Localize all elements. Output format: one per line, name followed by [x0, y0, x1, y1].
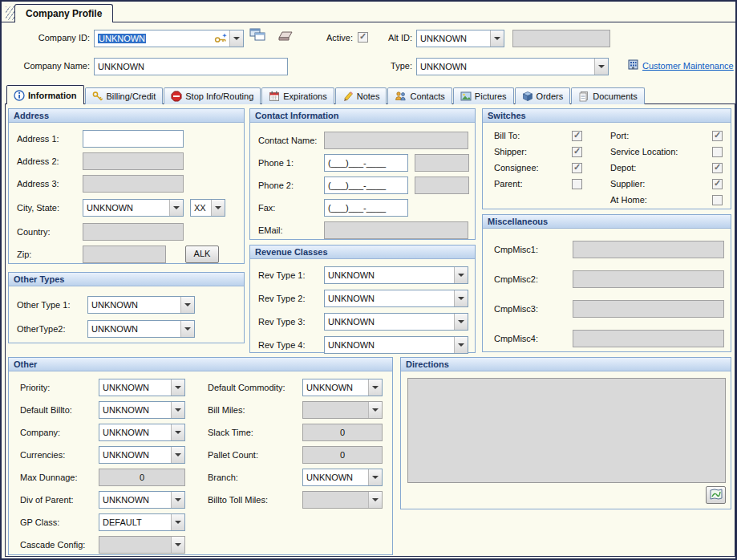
rev-type2-combo[interactable]: UNKNOWN — [324, 290, 468, 307]
gp-class-combo[interactable]: DEFAULT — [99, 513, 185, 531]
address3-field[interactable] — [83, 175, 184, 193]
priority-combo[interactable]: UNKNOWN — [99, 379, 185, 396]
gp-class-dropdown-button[interactable] — [171, 514, 184, 530]
port-checkbox[interactable] — [712, 131, 723, 141]
building-icon — [627, 59, 639, 72]
type-dropdown-button[interactable] — [594, 59, 608, 75]
rev-type3-dropdown-button[interactable] — [454, 314, 468, 330]
div-of-parent-combo[interactable]: UNKNOWN — [99, 491, 185, 509]
default-billto-label: Default Billto: — [20, 405, 99, 415]
fax-field[interactable]: (___)___-____ — [324, 199, 408, 217]
rev-type4-combo[interactable]: UNKNOWN — [324, 336, 468, 354]
rev-type3-combo[interactable]: UNKNOWN — [324, 313, 468, 331]
email-field[interactable] — [324, 221, 468, 239]
type-combo[interactable]: UNKNOWN — [416, 58, 609, 75]
address2-field[interactable] — [83, 152, 184, 170]
city-dropdown-button[interactable] — [169, 200, 183, 216]
branch-label: Branch: — [208, 473, 302, 482]
default-billto-dropdown-button[interactable] — [171, 402, 184, 418]
state-combo[interactable]: XX — [190, 199, 225, 217]
company-id-dropdown-button[interactable] — [229, 30, 243, 47]
alt-id-aux-field[interactable] — [512, 30, 610, 47]
billto-toll-miles-dropdown-button[interactable] — [368, 492, 382, 508]
pallet-count-field[interactable]: 0 — [302, 446, 383, 464]
cascade-config-combo[interactable] — [99, 536, 185, 554]
cmpmisc2-field[interactable] — [573, 270, 724, 288]
rev-type4-dropdown-button[interactable] — [454, 337, 468, 353]
branch-combo[interactable]: UNKNOWN — [302, 469, 383, 486]
window-title-tab[interactable]: Company Profile — [14, 4, 113, 22]
cmpmisc3-field[interactable] — [573, 300, 724, 318]
phone2-field[interactable]: (___)___-____ — [324, 177, 408, 194]
service-location-checkbox[interactable] — [712, 147, 723, 157]
cmpmisc4-field[interactable] — [573, 330, 724, 347]
depot-checkbox[interactable] — [712, 163, 723, 173]
other-type1-dropdown-button[interactable] — [180, 297, 194, 313]
alt-id-combo[interactable]: UNKNOWN — [416, 30, 504, 47]
rev-type1-dropdown-button[interactable] — [454, 267, 468, 283]
bill-miles-dropdown-button[interactable] — [368, 402, 382, 418]
directions-textarea[interactable] — [407, 378, 726, 483]
cmpmisc4-label: CmpMisc4: — [494, 334, 573, 343]
bill-miles-combo[interactable] — [302, 401, 383, 419]
tab-billing-credit[interactable]: Billing/Credit — [85, 87, 164, 104]
default-commodity-dropdown-button[interactable] — [368, 379, 382, 396]
tab-stop-info-routing[interactable]: Stop Info/Routing — [164, 87, 261, 104]
tab-orders[interactable]: Orders — [515, 87, 571, 104]
chevron-down-icon — [175, 408, 181, 412]
zip-field[interactable] — [83, 246, 166, 263]
country-field[interactable] — [83, 223, 184, 241]
bill-to-checkbox[interactable] — [572, 131, 582, 141]
company-name-field[interactable]: UNKNOWN — [94, 58, 288, 75]
tab-documents[interactable]: Documents — [571, 87, 645, 104]
currencies-combo[interactable]: UNKNOWN — [99, 446, 185, 464]
other-type1-combo[interactable]: UNKNOWN — [87, 296, 195, 314]
state-dropdown-button[interactable] — [211, 200, 225, 216]
parent-checkbox[interactable] — [572, 179, 582, 189]
company-id-combo[interactable]: UNKNOWN — [94, 30, 244, 47]
tab-notes[interactable]: Notes — [335, 87, 387, 104]
max-dunnage-field[interactable]: 0 — [99, 469, 185, 486]
city-state-label: City, State: — [17, 203, 83, 213]
city-combo[interactable]: UNKNOWN — [83, 199, 184, 217]
customer-maintenance-link[interactable]: Customer Maintenance — [642, 61, 734, 71]
company-dropdown-button[interactable] — [171, 424, 184, 440]
tab-contacts[interactable]: Contacts — [387, 87, 452, 104]
default-commodity-combo[interactable]: UNKNOWN — [302, 379, 383, 396]
cmpmisc1-field[interactable] — [573, 241, 724, 258]
contact-name-field[interactable] — [324, 132, 468, 149]
rev-type1-combo[interactable]: UNKNOWN — [324, 266, 468, 284]
rev-type2-dropdown-button[interactable] — [454, 290, 468, 306]
open-window-button[interactable] — [249, 28, 265, 43]
tab-pictures[interactable]: Pictures — [453, 87, 514, 104]
supplier-checkbox[interactable] — [712, 179, 723, 189]
currencies-dropdown-button[interactable] — [171, 447, 184, 463]
phone1-field[interactable]: (___)___-____ — [324, 154, 408, 172]
active-checkbox[interactable] — [358, 32, 368, 43]
address1-field[interactable] — [83, 130, 184, 148]
phone2-ext-field[interactable] — [415, 177, 469, 194]
chevron-down-icon — [184, 327, 191, 331]
alt-id-dropdown-button[interactable] — [490, 30, 504, 47]
billto-toll-miles-combo[interactable] — [302, 491, 383, 509]
clear-button[interactable] — [277, 30, 294, 44]
directions-map-button[interactable] — [706, 486, 726, 504]
cascade-config-dropdown-button[interactable] — [171, 537, 184, 553]
default-billto-combo[interactable]: UNKNOWN — [99, 401, 185, 419]
company-id-value: UNKNOWN — [95, 30, 213, 47]
other-type2-combo[interactable]: UNKNOWN — [87, 320, 195, 338]
shipper-checkbox[interactable] — [572, 147, 582, 157]
branch-dropdown-button[interactable] — [368, 469, 382, 485]
other-type2-dropdown-button[interactable] — [180, 321, 194, 337]
priority-dropdown-button[interactable] — [171, 379, 184, 396]
tab-information[interactable]: Information — [6, 85, 84, 104]
div-of-parent-dropdown-button[interactable] — [171, 492, 184, 508]
phone1-ext-field[interactable] — [415, 154, 469, 172]
consignee-checkbox[interactable] — [572, 163, 582, 173]
tab-expirations[interactable]: Expirations — [261, 87, 334, 104]
state-value: XX — [191, 200, 211, 216]
alk-button[interactable]: ALK — [185, 246, 219, 263]
slack-time-field[interactable]: 0 — [302, 424, 383, 441]
company-combo[interactable]: UNKNOWN — [99, 424, 185, 441]
at-home-checkbox[interactable] — [712, 195, 723, 205]
